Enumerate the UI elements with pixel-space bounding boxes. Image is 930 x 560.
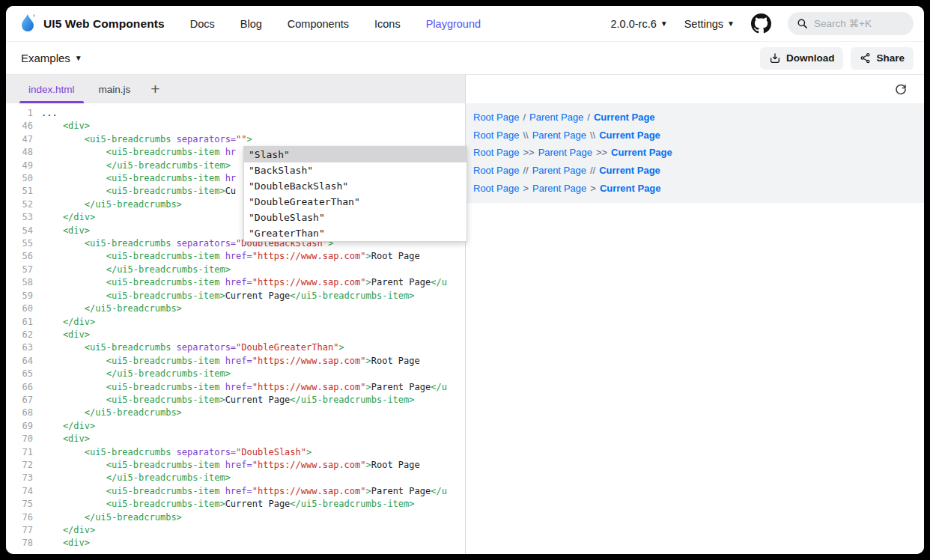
github-icon	[751, 13, 771, 34]
refresh-icon	[894, 82, 908, 96]
breadcrumb-link[interactable]: Root Page	[473, 112, 519, 123]
breadcrumb-link[interactable]: Root Page	[473, 183, 519, 194]
nav-link-components[interactable]: Components	[288, 18, 349, 30]
chevron-down-icon: ▼	[727, 20, 735, 28]
chevron-down-icon: ▼	[660, 20, 668, 28]
line-number: 67	[6, 394, 33, 407]
code-line: 1...	[6, 107, 465, 120]
breadcrumb-separator: >	[523, 183, 529, 194]
examples-label: Examples	[21, 52, 70, 64]
breadcrumb-link[interactable]: Parent Page	[532, 165, 586, 176]
brand[interactable]: UI5 Web Components	[18, 13, 165, 35]
line-number: 59	[6, 290, 33, 302]
ui5-flame-icon	[18, 13, 37, 35]
code-token: <div>	[41, 121, 90, 131]
code-line: 66 <ui5-breadcrumbs-item href="https://w…	[6, 381, 465, 394]
nav-link-playground[interactable]: Playground	[426, 18, 481, 30]
line-content: <div>	[33, 329, 90, 341]
line-number: 63	[6, 341, 33, 354]
preview-panel: Root Page/Parent Page/Current PageRoot P…	[466, 75, 924, 554]
nav-link-icons[interactable]: Icons	[374, 18, 401, 30]
breadcrumb-row: Root Page>>Parent Page>>Current Page	[466, 144, 924, 162]
code-line: 63 <ui5-breadcrumbs separators="DoubleGr…	[6, 341, 465, 354]
brand-title: UI5 Web Components	[43, 17, 165, 31]
breadcrumb-separator: //	[523, 165, 528, 176]
code-token: </ui5-breadcrumbs-item>	[41, 368, 231, 379]
code-token: <ui5-breadcrumbs-item	[41, 147, 219, 157]
breadcrumb-link[interactable]: Parent Page	[532, 183, 586, 194]
nav-link-docs[interactable]: Docs	[190, 18, 215, 30]
subbar-actions: Download Share	[760, 47, 914, 70]
code-token: </div>	[41, 317, 95, 327]
breadcrumb-link[interactable]: Root Page	[473, 147, 519, 158]
autocomplete-popup: "Slash""BackSlash""DoubleBackSlash""Doub…	[243, 146, 467, 242]
autocomplete-option[interactable]: "BackSlash"	[244, 162, 466, 178]
code-line: 61 </div>	[6, 316, 465, 329]
line-content: </div>	[33, 316, 95, 329]
download-button[interactable]: Download	[760, 47, 844, 70]
breadcrumb-separator: >>	[523, 147, 534, 158]
code-line: 74 <ui5-breadcrumbs-item href="https://w…	[6, 485, 465, 498]
sub-toolbar: Examples ▼ Download Sha	[6, 42, 924, 75]
version-dropdown[interactable]: 2.0.0-rc.6 ▼	[611, 18, 668, 30]
code-token: >	[366, 486, 371, 496]
code-token: <ui5-breadcrumbs	[41, 447, 171, 457]
code-line: 60 </ui5-breadcrumbs>	[6, 302, 465, 315]
add-file-button[interactable]: +	[142, 75, 168, 103]
breadcrumb-link[interactable]: Parent Page	[529, 112, 583, 123]
line-number: 73	[6, 472, 33, 484]
code-token: Current Page	[225, 395, 291, 405]
tab-main.js[interactable]: main.js	[87, 75, 143, 103]
line-number: 58	[6, 276, 33, 289]
code-token: <ui5-breadcrumbs	[41, 342, 171, 353]
autocomplete-option[interactable]: "DoubleBackSlash"	[244, 178, 466, 194]
breadcrumb-separator: >	[590, 183, 596, 194]
code-token: </u	[431, 486, 447, 496]
code-token: ...	[41, 108, 58, 118]
tab-index.html[interactable]: index.html	[16, 75, 87, 103]
code-token: separators=	[171, 342, 236, 353]
line-number: 53	[6, 211, 33, 224]
top-navbar: UI5 Web Components DocsBlogComponentsIco…	[6, 6, 924, 42]
settings-dropdown[interactable]: Settings ▼	[684, 18, 735, 30]
code-token: href=	[219, 356, 252, 366]
github-link[interactable]	[751, 13, 771, 34]
code-token: <ui5-breadcrumbs-item	[41, 382, 219, 392]
refresh-button[interactable]	[894, 82, 908, 96]
line-number: 57	[6, 264, 33, 276]
code-token: "https://www.sap.com"	[252, 277, 366, 287]
nav-link-blog[interactable]: Blog	[240, 18, 262, 30]
code-line: 75 <ui5-breadcrumbs-item>Current Page</u…	[6, 498, 465, 511]
breadcrumbs-preview: Root Page/Parent Page/Current PageRoot P…	[466, 103, 924, 203]
code-token: "https://www.sap.com"	[252, 486, 366, 496]
download-label: Download	[786, 52, 835, 64]
search-input[interactable]	[814, 18, 896, 29]
line-content: </ui5-breadcrumbs>	[33, 302, 182, 315]
share-button[interactable]: Share	[851, 47, 914, 70]
breadcrumb-link[interactable]: Root Page	[473, 165, 519, 176]
code-token: <ui5-breadcrumbs-item>	[41, 395, 225, 405]
breadcrumb-link[interactable]: Root Page	[473, 130, 519, 141]
code-token: >	[366, 460, 371, 470]
breadcrumb-current: Current Page	[599, 130, 660, 141]
breadcrumb-link[interactable]: Parent Page	[532, 130, 586, 141]
breadcrumb-separator: /	[523, 112, 526, 123]
autocomplete-option[interactable]: "Slash"	[244, 147, 466, 162]
code-line: 57 </ui5-breadcrumbs-item>	[6, 264, 465, 276]
breadcrumb-current: Current Page	[611, 147, 672, 158]
line-number: 72	[6, 459, 33, 472]
breadcrumb-link[interactable]: Parent Page	[538, 147, 592, 158]
examples-dropdown[interactable]: Examples ▼	[21, 52, 82, 64]
line-content: <ui5-breadcrumbs-item hr	[33, 172, 236, 185]
chevron-down-icon: ▼	[75, 55, 82, 62]
autocomplete-option[interactable]: "DoubleSlash"	[244, 210, 466, 225]
search-box[interactable]	[788, 12, 914, 35]
code-token: href=	[219, 251, 252, 261]
code-token: <ui5-breadcrumbs-item	[41, 486, 219, 496]
code-token: separators=	[171, 238, 236, 249]
code-token: separators=	[171, 134, 236, 144]
autocomplete-option[interactable]: "GreaterThan"	[244, 225, 466, 241]
autocomplete-option[interactable]: "DoubleGreaterThan"	[244, 194, 466, 210]
code-token: Parent Page	[371, 382, 431, 392]
breadcrumb-current: Current Page	[594, 112, 655, 123]
